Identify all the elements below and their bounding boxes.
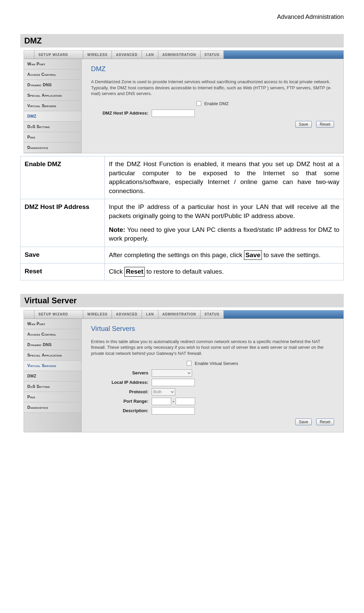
content-title: DMZ (91, 65, 334, 73)
save-button-vs[interactable]: Save (295, 419, 312, 425)
tab-filler (224, 51, 343, 59)
sidebar-item-access-control[interactable]: Access Control (24, 69, 81, 80)
top-tabs-vs: Setup Wizard Wireless Advanced LAN Admin… (24, 310, 343, 319)
content-dmz: DMZ A Demilitarized Zone is used to prov… (82, 59, 343, 153)
save-boxed: Save (244, 250, 262, 260)
sidebar-item-diagnostics[interactable]: Diagnostics (24, 143, 81, 153)
desc-val-dmz-ip: Input the IP address of a particular hos… (105, 199, 344, 247)
sidebar-item-diagnostics-vs[interactable]: Diagnostics (24, 402, 81, 413)
local-ip-input[interactable] (152, 379, 195, 386)
enable-dmz-label: Enable DMZ (204, 101, 229, 106)
tab-administration-vs[interactable]: Administration (158, 310, 201, 318)
sidebar-item-dynamic-dns-vs[interactable]: Dynamic DNS (24, 340, 81, 350)
sidebar-item-virtual-servers-vs[interactable]: Virtual Servers (24, 361, 81, 371)
sidebar-item-dynamic-dns[interactable]: Dynamic DNS (24, 80, 81, 90)
tab-wireless-vs[interactable]: Wireless (83, 310, 112, 318)
description-input[interactable] (152, 407, 195, 415)
save-text-c: to save the settings. (262, 251, 321, 258)
servers-select[interactable] (152, 369, 192, 377)
content-vs: Virtual Servers Entries in this table al… (82, 319, 343, 432)
tab-setup-wizard-vs[interactable]: Setup Wizard (34, 310, 83, 318)
sidebar-item-dos-setting-vs[interactable]: DoS Setting (24, 381, 81, 392)
tab-wireless[interactable]: Wireless (83, 51, 112, 59)
sidebar-item-ping-vs[interactable]: Ping (24, 392, 81, 402)
reset-button-vs[interactable]: Reset (316, 419, 334, 425)
tab-spacer-vs (24, 310, 34, 318)
dmz-description-table: Enable DMZ If the DMZ Host Function is e… (20, 156, 344, 280)
description-label: Description: (91, 408, 152, 413)
content-desc: A Demilitarized Zone is used to provide … (91, 79, 334, 97)
sidebar-item-dmz-vs[interactable]: DMZ (24, 371, 81, 381)
servers-label: Servers (91, 370, 152, 375)
tab-filler-vs (224, 310, 343, 318)
dmz-ip-input[interactable] (152, 110, 195, 117)
page-header: Advanced Administration (20, 13, 344, 21)
enable-dmz-row: Enable DMZ (91, 101, 334, 106)
desc-val-reset: Click Reset to restore to default values… (105, 264, 344, 280)
tab-setup-wizard[interactable]: Setup Wizard (34, 51, 83, 59)
protocol-label: Protocol: (91, 389, 152, 394)
desc-key-save: Save (21, 247, 105, 264)
enable-vs-checkbox[interactable] (187, 361, 191, 366)
section-title-dmz: DMZ (20, 34, 344, 48)
dmz-ip-label: DMZ Host IP Address: (91, 111, 152, 116)
sidebar-item-access-control-vs[interactable]: Access Control (24, 329, 81, 340)
enable-vs-row: Enable Virtual Servers (91, 361, 334, 366)
port-range-label: Port Range: (91, 399, 152, 404)
tab-advanced[interactable]: Advanced (112, 51, 142, 59)
protocol-select[interactable]: Both (152, 388, 175, 396)
desc-val-dmz-ip-p1: Input the IP address of a particular hos… (109, 203, 339, 220)
sidebar-item-ping[interactable]: Ping (24, 132, 81, 143)
reset-boxed: Reset (124, 267, 145, 277)
tab-spacer (24, 51, 34, 59)
port-range-sep: - (173, 398, 174, 404)
desc-key-enable-dmz: Enable DMZ (21, 156, 105, 199)
desc-key-reset: Reset (21, 264, 105, 280)
local-ip-label: Local IP Address: (91, 380, 152, 385)
content-title-vs: Virtual Servers (91, 325, 334, 333)
enable-dmz-checkbox[interactable] (196, 101, 201, 106)
sidebar-item-wan-port-vs[interactable]: Wan Port (24, 319, 81, 329)
tab-advanced-vs[interactable]: Advanced (112, 310, 142, 318)
router-panel-vs: Setup Wizard Wireless Advanced LAN Admin… (24, 310, 344, 432)
sidebar-item-virtual-servers[interactable]: Virtual Servers (24, 101, 81, 111)
port-range-from-input[interactable] (152, 398, 171, 405)
desc-val-save: After completing the settings on this pa… (105, 247, 344, 264)
port-range-to-input[interactable] (176, 398, 195, 405)
content-desc-vs: Entries in this table allow you to autom… (91, 339, 334, 357)
save-button[interactable]: Save (295, 121, 312, 128)
tab-lan[interactable]: LAN (142, 51, 158, 59)
note-label: Note: (109, 226, 125, 233)
desc-key-dmz-ip: DMZ Host IP Address (21, 199, 105, 247)
desc-val-enable-dmz: If the DMZ Host Function is enabled, it … (105, 156, 344, 199)
reset-text-a: Click (109, 268, 124, 275)
tab-administration[interactable]: Administration (158, 51, 201, 59)
sidebar-item-special-application[interactable]: Special Application (24, 90, 81, 101)
note-text: You need to give your LAN PC clients a f… (109, 226, 339, 242)
section-title-virtual-server: Virtual Server (20, 294, 344, 307)
sidebar-item-special-application-vs[interactable]: Special Application (24, 350, 81, 361)
sidebar-item-wan-port[interactable]: Wan Port (24, 59, 81, 69)
desc-val-dmz-ip-note: Note: You need to give your LAN PC clien… (109, 225, 339, 243)
tab-lan-vs[interactable]: LAN (142, 310, 158, 318)
enable-vs-label: Enable Virtual Servers (195, 361, 238, 366)
sidebar-vs: Wan Port Access Control Dynamic DNS Spec… (24, 319, 82, 432)
tab-status-vs[interactable]: Status (201, 310, 224, 318)
top-tabs: Setup Wizard Wireless Advanced LAN Admin… (24, 51, 343, 59)
router-panel-dmz: Setup Wizard Wireless Advanced LAN Admin… (24, 50, 344, 153)
sidebar: Wan Port Access Control Dynamic DNS Spec… (24, 59, 82, 153)
save-text-a: After completing the settings on this pa… (109, 251, 244, 258)
reset-text-c: to restore to default values. (145, 268, 223, 275)
reset-button[interactable]: Reset (316, 121, 334, 128)
sidebar-item-dos-setting[interactable]: DoS Setting (24, 122, 81, 132)
sidebar-item-dmz[interactable]: DMZ (24, 111, 81, 122)
tab-status[interactable]: Status (201, 51, 224, 59)
